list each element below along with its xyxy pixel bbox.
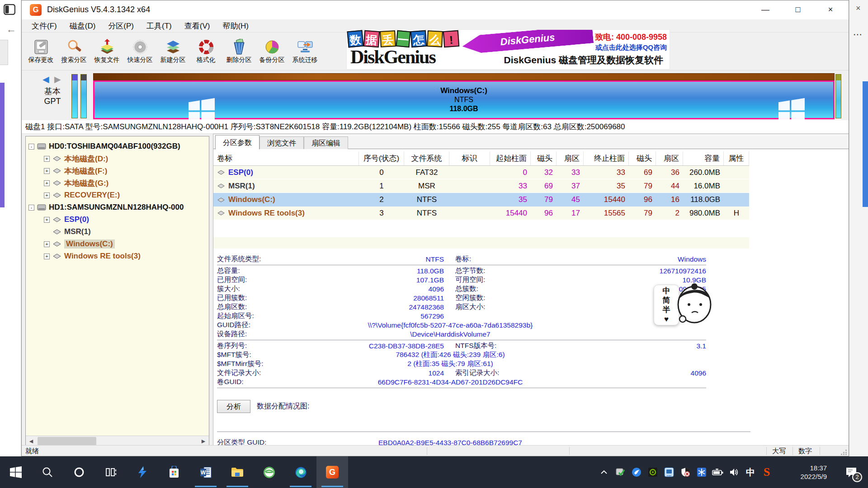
expand-icon[interactable]: +	[44, 217, 50, 223]
sidebar-toggle-icon[interactable]	[4, 4, 15, 15]
menu-tools[interactable]: 工具(T)	[140, 19, 178, 32]
background-close-icon[interactable]: ×	[856, 4, 861, 13]
tray-security-shield-button[interactable]	[677, 456, 693, 488]
cortana-button[interactable]	[63, 456, 95, 488]
col-header[interactable]: 标识	[449, 151, 490, 165]
tray-snowflake-button[interactable]	[693, 456, 710, 488]
back-arrow-icon[interactable]: ←	[6, 23, 16, 35]
ad-qq-link[interactable]: 或点击此处选择QQ咨询	[595, 43, 667, 52]
tree-item-windows-c[interactable]: + Windows(C:)	[44, 239, 115, 249]
menu-partition[interactable]: 分区(P)	[102, 19, 140, 32]
tree-item-winre[interactable]: + Windows RE tools(3)	[44, 251, 141, 262]
file-explorer-button[interactable]	[222, 456, 253, 488]
col-header[interactable]: 容量	[683, 151, 724, 165]
sogou-mode-halfwidth[interactable]: 半	[663, 305, 670, 314]
menu-help[interactable]: 帮助(H)	[216, 19, 255, 32]
col-header[interactable]: 文件系统	[404, 151, 449, 165]
tree-item-esp[interactable]: + ESP(0)	[44, 214, 89, 225]
taskbar-clock[interactable]: 18:37 2022/5/9	[783, 456, 827, 488]
thunder-app-button[interactable]	[127, 456, 158, 488]
delete-partition-button[interactable]: 删除分区	[222, 33, 255, 70]
menu-view[interactable]: 查看(V)	[178, 19, 217, 32]
tray-intel-graphics-button[interactable]: intel	[661, 456, 677, 488]
col-header[interactable]: 序号(状态)	[359, 151, 404, 165]
tree-item-recovery-e[interactable]: + RECOVERY(E:)	[44, 190, 120, 201]
save-changes-button[interactable]: 保存更改	[24, 33, 57, 70]
winre-partition-block[interactable]	[835, 74, 841, 118]
col-header[interactable]: 起始柱面	[490, 151, 531, 165]
tray-nvidia-button[interactable]	[645, 456, 661, 488]
tray-security-check-button[interactable]	[612, 456, 628, 488]
table-row-msr[interactable]: MSR(1) 1 MSR 33 69 37 35 79 44 16.0MB	[213, 179, 749, 193]
col-header[interactable]: 磁头	[531, 151, 557, 165]
task-view-button[interactable]	[95, 456, 127, 488]
start-button[interactable]	[0, 456, 32, 488]
word-button[interactable]: W	[190, 456, 222, 488]
taskbar-search-button[interactable]	[32, 456, 63, 488]
table-row-winre[interactable]: Windows RE tools(3) 3 NTFS 15440 96 17 1…	[213, 206, 749, 220]
maximize-button[interactable]: □	[784, 0, 811, 19]
menu-disk[interactable]: 磁盘(D)	[63, 19, 102, 32]
table-row-esp[interactable]: ESP(0) 0 FAT32 0 32 33 33 69 36 260.0MB	[213, 166, 749, 179]
windows-c-partition-block[interactable]: Windows(C:) NTFS 118.0GB	[93, 80, 835, 119]
sogou-ime-widget[interactable]: 中 简 半 ♥	[654, 281, 712, 326]
esp-partition-block[interactable]	[71, 74, 78, 118]
tab-sector-edit[interactable]: 扇区编辑	[304, 136, 348, 149]
menu-file[interactable]: 文件(F)	[25, 19, 63, 32]
sogou-status-box[interactable]: 中 简 半 ♥	[654, 285, 679, 325]
col-header[interactable]: 磁头	[629, 151, 656, 165]
ad-banner[interactable]: 数 据 丢 一 怎 么 ! DiskGenius 致电: 400-008-995…	[346, 29, 670, 70]
expand-icon[interactable]: +	[44, 253, 50, 259]
expand-icon[interactable]: +	[44, 192, 50, 198]
browser-360-button[interactable]	[253, 456, 285, 488]
col-header[interactable]: 卷标	[213, 151, 359, 165]
tray-sogou-button[interactable]: S	[759, 456, 775, 488]
quick-partition-button[interactable]: 快速分区	[123, 33, 156, 70]
backup-partition-button[interactable]: 备份分区	[255, 33, 288, 70]
tab-browse-files[interactable]: 浏览文件	[259, 136, 304, 149]
close-button[interactable]: ×	[817, 0, 844, 19]
expand-icon[interactable]: +	[44, 156, 50, 162]
table-row-windows-c-selected[interactable]: Windows(C:) 2 NTFS 35 79 45 15440 96 16 …	[213, 193, 749, 206]
tray-thunder-button[interactable]	[628, 456, 645, 488]
col-header[interactable]: 扇区	[557, 151, 584, 165]
col-header[interactable]: 扇区	[656, 151, 683, 165]
resize-grip[interactable]	[841, 449, 847, 455]
sogou-mode-chinese[interactable]: 中	[663, 286, 670, 296]
prev-disk-icon[interactable]: ◀	[42, 75, 49, 84]
tray-volume-button[interactable]	[726, 456, 742, 488]
expand-icon[interactable]: +	[44, 241, 50, 247]
edge-button[interactable]	[285, 456, 316, 488]
sogou-mode-simplified[interactable]: 简	[663, 296, 670, 305]
recover-files-button[interactable]: 恢复文件	[90, 33, 123, 70]
more-options-icon[interactable]: ⋯	[853, 29, 863, 40]
sogou-heart-icon[interactable]: ♥	[664, 314, 669, 324]
msr-partition-block[interactable]	[80, 74, 87, 118]
scrollbar-thumb[interactable]	[38, 437, 96, 446]
tray-ime-indicator[interactable]: 中	[742, 456, 759, 488]
tray-chevron-button[interactable]	[596, 456, 612, 488]
expand-icon[interactable]: +	[44, 180, 50, 186]
tree-item-hd0[interactable]: - HD0:TOSHIBAMQ04ABF100(932GB)	[28, 141, 180, 152]
notification-center-button[interactable]: 2	[836, 456, 866, 488]
minimize-button[interactable]: —	[752, 0, 779, 19]
search-partition-button[interactable]: 搜索分区	[57, 33, 90, 70]
tray-battery-button[interactable]	[710, 456, 726, 488]
diskgenius-taskbar-button[interactable]: G	[316, 456, 348, 488]
col-header[interactable]: 终止柱面	[584, 151, 629, 165]
new-partition-button[interactable]: 新建分区	[156, 33, 189, 70]
format-button[interactable]: 格式化	[189, 33, 222, 70]
collapse-icon[interactable]: -	[28, 205, 34, 211]
tab-partition-params[interactable]: 分区参数	[215, 135, 259, 150]
analyze-button[interactable]: 分析	[217, 400, 250, 413]
collapse-icon[interactable]: -	[28, 144, 34, 150]
system-migrate-button[interactable]: 系统迁移	[288, 33, 321, 70]
tree-item-msr[interactable]: MSR(1)	[52, 226, 91, 237]
next-disk-icon[interactable]: ▶	[54, 75, 61, 84]
tree-item-disk-f[interactable]: + 本地磁盘(F:)	[44, 165, 107, 176]
tree-item-disk-g[interactable]: + 本地磁盘(G:)	[44, 178, 108, 188]
expand-icon[interactable]: +	[44, 168, 50, 174]
tree-item-disk-d[interactable]: + 本地磁盘(D:)	[44, 153, 108, 164]
microsoft-store-button[interactable]	[158, 456, 190, 488]
tree-item-hd1[interactable]: - HD1:SAMSUNGMZNLN128HAHQ-000	[28, 202, 184, 213]
